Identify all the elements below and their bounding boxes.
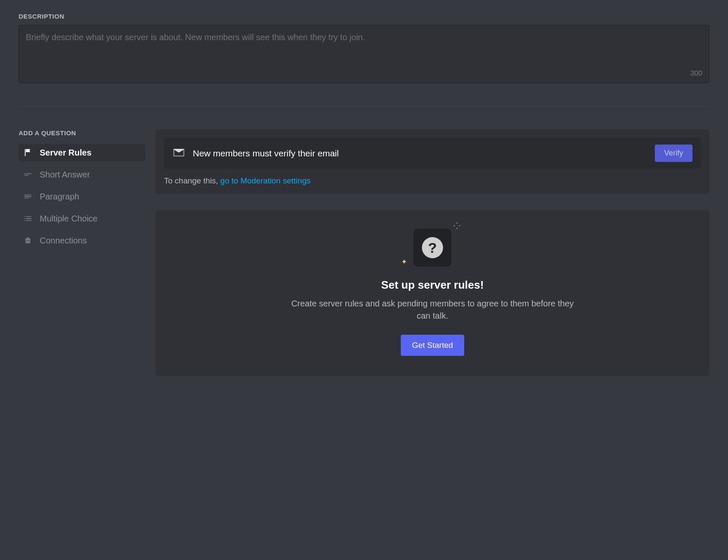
qtype-label: Server Rules (40, 148, 91, 158)
paragraph-icon (23, 191, 33, 202)
verify-card: New members must verify their email Veri… (156, 129, 709, 194)
sparkle-yellow-icon (399, 258, 409, 270)
list-icon (23, 213, 33, 224)
robot-icon (23, 235, 33, 246)
description-label: DESCRIPTION (19, 13, 709, 20)
svg-point-1 (454, 225, 455, 227)
qtype-multiple-choice[interactable]: Multiple Choice (19, 210, 145, 227)
short-text-icon (23, 169, 33, 180)
moderation-hint: To change this, go to Moderation setting… (164, 176, 701, 186)
qtype-label: Paragraph (40, 192, 79, 202)
qtype-server-rules[interactable]: Server Rules (19, 144, 145, 161)
question-type-list: Server Rules Short Answer Paragraph Mult… (19, 144, 145, 249)
description-section: DESCRIPTION 300 (19, 13, 709, 83)
question-mark-box: ? (413, 229, 452, 267)
qtype-paragraph[interactable]: Paragraph (19, 188, 145, 205)
setup-illustration: ? (413, 229, 452, 267)
setup-title: Set up server rules! (172, 279, 692, 292)
mail-icon (172, 146, 185, 161)
svg-point-3 (457, 228, 458, 229)
verify-button[interactable]: Verify (655, 145, 692, 162)
qtype-label: Multiple Choice (40, 214, 98, 224)
qtype-label: Short Answer (40, 170, 90, 180)
qtype-short-answer[interactable]: Short Answer (19, 166, 145, 183)
verify-text: New members must verify their email (193, 148, 647, 158)
add-question-label: ADD A QUESTION (19, 129, 145, 137)
question-types-sidebar: ADD A QUESTION Server Rules Short Answer… (19, 129, 145, 376)
get-started-button[interactable]: Get Started (401, 335, 464, 356)
sparkle-teal-icon (453, 222, 461, 231)
svg-point-2 (459, 225, 460, 227)
moderation-settings-link[interactable]: go to Moderation settings (220, 176, 310, 185)
description-input[interactable] (26, 31, 702, 67)
question-mark-icon: ? (422, 237, 443, 258)
main-content: New members must verify their email Veri… (156, 129, 709, 376)
description-char-count: 300 (690, 69, 702, 78)
svg-point-0 (457, 222, 458, 224)
qtype-label: Connections (40, 236, 87, 246)
setup-rules-card: ? Set up server rules! Create server rul… (156, 210, 709, 376)
setup-description: Create server rules and ask pending memb… (289, 298, 576, 322)
description-box: 300 (19, 25, 709, 83)
verify-row: New members must verify their email Veri… (164, 138, 701, 169)
qtype-connections[interactable]: Connections (19, 232, 145, 249)
moderation-hint-prefix: To change this, (164, 176, 220, 185)
flag-icon (23, 148, 33, 158)
divider (19, 106, 709, 107)
